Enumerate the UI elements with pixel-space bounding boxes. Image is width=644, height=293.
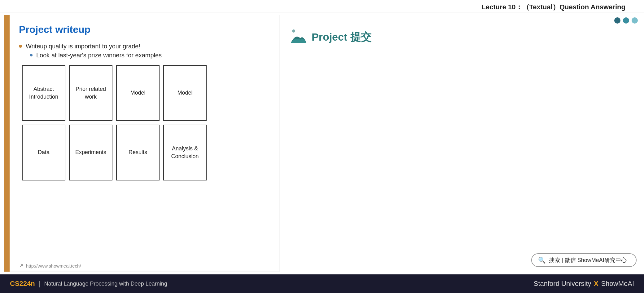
bullet-text-1: Writeup quality is important to your gra…: [26, 43, 140, 50]
dot-light: [632, 17, 638, 24]
showmeai-text: ShowMeAI: [601, 280, 634, 288]
bottom-right: Stanford University X ShowMeAI: [534, 279, 634, 288]
lecture-title: Lecture 10：（Textual）Question Answering: [481, 2, 625, 12]
bullet-sub-1: Look at last-year's prize winners for ex…: [30, 52, 272, 59]
slide-footer: ↗ http://www.showmeai.tech/: [13, 260, 279, 272]
right-panel: Project 提交 🔍 搜索 | 微信 ShowMeAI研究中心: [283, 12, 644, 274]
section-box-5: Experiments: [69, 125, 112, 180]
slide-panel: Project writeup Writeup quality is impor…: [4, 15, 279, 272]
section-box-7: Analysis & Conclusion: [163, 125, 207, 180]
bullet-dot-blue: [30, 54, 33, 56]
slide-inner: Project writeup Writeup quality is impor…: [13, 15, 279, 260]
bullet-main-1: Writeup quality is important to your gra…: [19, 43, 272, 50]
search-bar-container: 🔍 搜索 | 微信 ShowMeAI研究中心: [531, 253, 637, 267]
bottom-left: CS224n | Natural Language Processing wit…: [10, 280, 167, 288]
bullet-sub-text-1: Look at last-year's prize winners for ex…: [36, 52, 162, 59]
bottom-subtitle: Natural Language Processing with Deep Le…: [44, 281, 167, 287]
section-box-1: Prior related work: [69, 65, 112, 121]
footer-url: http://www.showmeai.tech/: [26, 263, 81, 269]
section-box-2: Model: [116, 65, 160, 121]
search-label: 搜索 | 微信 ShowMeAI研究中心: [549, 256, 627, 264]
project-icon: [289, 27, 308, 47]
slide-title: Project writeup: [19, 24, 272, 35]
top-header: Lecture 10：（Textual）Question Answering: [0, 0, 644, 12]
project-header: Project 提交: [289, 27, 638, 47]
slide-left-bar: [4, 15, 10, 272]
section-box-0: Abstract Introduction: [22, 65, 65, 121]
section-grid: Abstract Introduction Prior related work…: [22, 65, 272, 180]
stanford-text: Stanford University: [534, 280, 591, 288]
search-icon: 🔍: [538, 256, 546, 264]
section-box-3: Model: [163, 65, 207, 121]
x-mark: X: [594, 279, 599, 288]
dot-dark: [614, 17, 620, 24]
bottom-bar: CS224n | Natural Language Processing wit…: [0, 274, 644, 293]
course-code: CS224n: [10, 280, 35, 288]
bullet-list: Writeup quality is important to your gra…: [19, 43, 272, 59]
project-title-right: Project 提交: [312, 30, 371, 44]
bottom-separator: |: [39, 280, 41, 288]
search-bar[interactable]: 🔍 搜索 | 微信 ShowMeAI研究中心: [531, 253, 637, 267]
section-box-4: Data: [22, 125, 65, 180]
bullet-dot-orange: [19, 45, 22, 48]
right-top-dots: [289, 17, 638, 24]
link-icon: ↗: [19, 262, 24, 269]
section-box-6: Results: [116, 125, 160, 180]
main-content: Project writeup Writeup quality is impor…: [0, 12, 644, 274]
dot-medium: [623, 17, 629, 24]
svg-point-0: [292, 29, 295, 33]
